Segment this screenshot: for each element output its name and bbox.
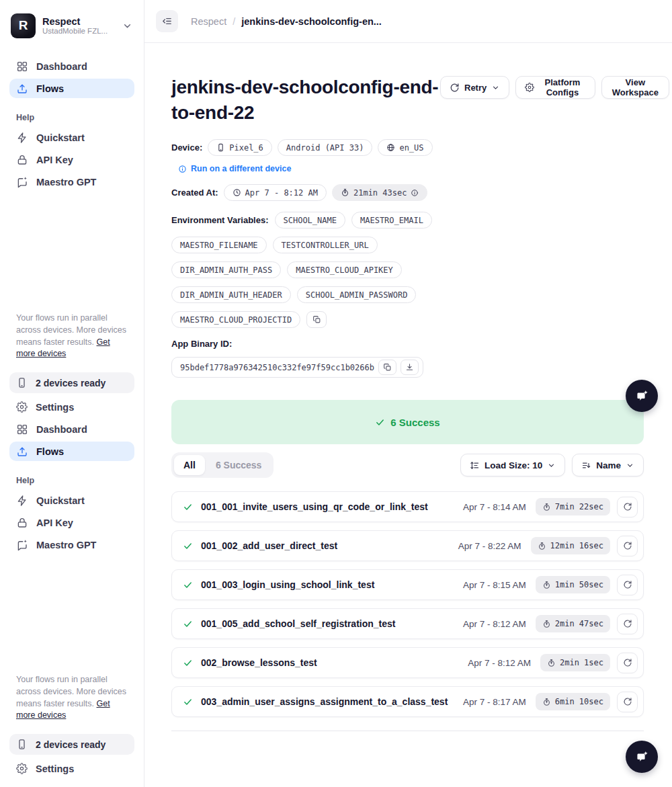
flow-row[interactable]: 001_001_invite_users_using_qr_code_or_li… (171, 491, 644, 522)
load-size-dropdown[interactable]: Load Size: 10 (460, 454, 565, 477)
download-icon (405, 363, 414, 372)
flow-duration: 1min 50sec (555, 580, 603, 589)
flow-name: 001_005_add_school_self_registration_tes… (201, 618, 463, 629)
sidebar-item-label: Quickstart (36, 495, 85, 506)
tab-all[interactable]: All (174, 455, 205, 475)
copy-env-vars-button[interactable] (306, 311, 327, 328)
refresh-icon (623, 619, 632, 628)
chevron-down-icon (547, 461, 556, 470)
flow-row[interactable]: 001_003_login_using_school_link_test Apr… (171, 569, 644, 600)
upload-icon (16, 446, 28, 458)
chat-sparkle-icon (16, 176, 28, 188)
sort-label: Name (596, 460, 621, 470)
rerun-flow-button[interactable] (617, 575, 638, 595)
stopwatch-icon (542, 620, 551, 628)
flow-row[interactable]: 001_005_add_school_self_registration_tes… (171, 608, 644, 639)
flow-row[interactable]: 003_admin_user_assigns_assignment_to_a_c… (171, 686, 644, 717)
env-var-value: MAESTRO_CLOUD_PROJECTID (180, 315, 292, 325)
flow-row[interactable]: 001_002_add_user_direct_test Apr 7 - 8:2… (171, 530, 644, 561)
refresh-icon (623, 658, 632, 667)
gear-icon (16, 401, 28, 413)
created-at-chip: Apr 7 - 8:12 AM (224, 184, 327, 201)
success-check-icon (183, 619, 193, 629)
retry-label: Retry (464, 83, 487, 93)
assistant-fab[interactable] (626, 741, 658, 773)
gear-icon (525, 83, 534, 92)
sidebar-item-maestro-gpt[interactable]: Maestro GPT (9, 172, 134, 192)
lightning-icon (16, 495, 28, 507)
total-duration-chip: 21min 43sec (332, 184, 427, 201)
devices-ready-label: 2 devices ready (36, 378, 106, 388)
success-check-icon (183, 697, 193, 707)
view-workspace-label: View Workspace (611, 77, 660, 97)
device-row: Device: Pixel_6 Android (API 33) en_US (171, 139, 644, 156)
refresh-icon (450, 83, 460, 93)
run-different-device-link[interactable]: Run on a different device (178, 164, 644, 173)
breadcrumb-workspace[interactable]: Respect (191, 16, 226, 27)
rerun-flow-button[interactable] (617, 536, 638, 556)
rerun-flow-button[interactable] (617, 497, 638, 517)
env-var-chip: DIR_ADMIN_AUTH_HEADER (171, 286, 291, 303)
platform-configs-button[interactable]: Platform Configs (515, 76, 595, 99)
created-at-value: Apr 7 - 8:12 AM (245, 188, 318, 198)
refresh-icon (623, 697, 632, 706)
success-check-icon (183, 502, 193, 512)
rerun-flow-button[interactable] (617, 692, 638, 712)
sidebar-item-dashboard-2[interactable]: Dashboard (9, 419, 134, 439)
chevron-down-icon (122, 20, 133, 32)
env-var-chip: MAESTRO_CLOUD_APIKEY (287, 261, 402, 278)
copy-binary-id-button[interactable] (378, 360, 396, 375)
sidebar-item-api-key-2[interactable]: API Key (9, 513, 134, 532)
devices-ready-status[interactable]: 2 devices ready (9, 372, 134, 393)
info-icon (178, 165, 187, 173)
flow-duration-chip: 1min 50sec (536, 576, 610, 593)
page-title: jenkins-dev-schoolconfig-end-to-end-22 (171, 75, 440, 126)
sidebar-item-settings[interactable]: Settings (9, 397, 134, 417)
filter-row: All 6 Success Load Size: 10 Name (171, 452, 644, 478)
stopwatch-icon (547, 659, 556, 667)
workspace-switcher[interactable]: R Respect UstadMobile FZL... (9, 11, 134, 40)
sidebar-item-quickstart[interactable]: Quickstart (9, 128, 134, 147)
flow-duration: 7min 22sec (555, 502, 603, 511)
sidebar-help-label-2: Help (16, 476, 134, 485)
sidebar-item-flows[interactable]: Flows (9, 79, 134, 98)
sidebar-help-label: Help (16, 113, 134, 122)
flow-date: Apr 7 - 8:14 AM (463, 502, 526, 512)
sidebar-item-dashboard[interactable]: Dashboard (9, 56, 134, 76)
sidebar-item-label: Quickstart (36, 132, 85, 143)
flow-duration: 6min 10sec (555, 697, 603, 706)
rerun-flow-button[interactable] (617, 653, 638, 673)
flow-name: 001_002_add_user_direct_test (201, 540, 458, 551)
flow-duration: 12min 16sec (550, 541, 603, 550)
sidebar-item-api-key[interactable]: API Key (9, 150, 134, 169)
devices-ready-status-2[interactable]: 2 devices ready (9, 734, 134, 755)
sidebar-item-flows-2[interactable]: Flows (9, 442, 134, 461)
env-var-value: TESTCONTROLLER_URL (282, 241, 369, 250)
sidebar-item-maestro-gpt-2[interactable]: Maestro GPT (9, 535, 134, 554)
sidebar-item-settings-2[interactable]: Settings (9, 759, 134, 778)
collapse-sidebar-button[interactable] (156, 10, 178, 32)
breadcrumb: Respect / jenkins-dev-schoolconfig-en... (191, 16, 382, 27)
env-var-chip: MAESTRO_FILENAME (171, 237, 267, 253)
download-binary-button[interactable] (401, 360, 419, 375)
chat-sparkle-icon (16, 539, 28, 551)
created-at-label: Created At: (171, 188, 218, 198)
env-var-value: MAESTRO_CLOUD_APIKEY (296, 265, 393, 275)
stopwatch-icon (341, 188, 349, 197)
sort-dropdown[interactable]: Name (572, 454, 644, 477)
lightning-icon (16, 132, 28, 144)
success-check-icon (183, 580, 193, 590)
assistant-fab[interactable] (626, 380, 658, 412)
refresh-icon (623, 541, 632, 550)
dashboard-grid-icon (16, 60, 28, 73)
locale-chip: en_US (378, 139, 432, 156)
rerun-flow-button[interactable] (617, 614, 638, 634)
sort-name-icon (581, 460, 591, 470)
flow-row[interactable]: 002_browse_lessons_test Apr 7 - 8:12 AM … (171, 647, 644, 678)
view-workspace-button[interactable]: View Workspace (601, 76, 669, 99)
sidebar-item-quickstart-2[interactable]: Quickstart (9, 491, 134, 510)
retry-button[interactable]: Retry (440, 76, 509, 99)
tab-success[interactable]: 6 Success (206, 455, 271, 475)
env-var-chip: DIR_ADMIN_AUTH_PASS (171, 261, 281, 278)
app-binary-id-chip: 95bdef1778a976342510c332fe97f59cc1b0266b (171, 357, 423, 378)
